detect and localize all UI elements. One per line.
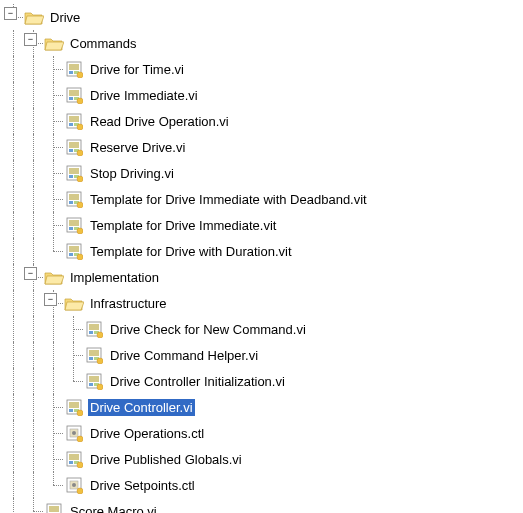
tree-item-label: Drive Controller.vi [88,399,195,416]
tree-item-label: Drive Controller Initialization.vi [108,373,287,390]
vi-icon [64,164,84,182]
tree-item-label: Infrastructure [88,295,169,312]
vi-icon [64,60,84,78]
vit-icon [64,216,84,234]
vi-icon [64,112,84,130]
folder-implementation[interactable]: − Implementation [4,264,519,290]
tree-item[interactable]: Drive Immediate.vi [4,82,519,108]
tree-item[interactable]: Template for Drive Immediate with Deadba… [4,186,519,212]
tree-item[interactable]: Drive Operations.ctl [4,420,519,446]
tree-item-label: Implementation [68,269,161,286]
tree-item[interactable]: Drive for Time.vi [4,56,519,82]
tree-item[interactable]: Drive Controller.vi [4,394,519,420]
tree-item[interactable]: Drive Command Helper.vi [4,342,519,368]
tree-item-label: Stop Driving.vi [88,165,176,182]
tree-item-label: Commands [68,35,138,52]
tree-item-label: Score Macro.vi [68,503,159,514]
tree-item-label: Drive Check for New Command.vi [108,321,308,338]
vi-icon [64,398,84,416]
tree-item-label: Drive Command Helper.vi [108,347,260,364]
tree-item[interactable]: Score Macro.vi [4,498,519,513]
tree-item[interactable]: Stop Driving.vi [4,160,519,186]
vi-icon [84,346,104,364]
vi-icon [64,450,84,468]
vi-icon [64,138,84,156]
vi-icon [84,320,104,338]
tree-item-label: Read Drive Operation.vi [88,113,231,130]
vit-icon [64,190,84,208]
tree-item-label: Drive Setpoints.ctl [88,477,197,494]
folder-icon [24,8,44,26]
folder-icon [44,34,64,52]
vi-icon [44,502,64,513]
tree-item-label: Drive [48,9,82,26]
vi-icon [64,86,84,104]
tree-item-label: Drive Immediate.vi [88,87,200,104]
tree-item-label: Template for Drive with Duration.vit [88,243,294,260]
folder-commands[interactable]: − Commands [4,30,519,56]
tree-item-label: Drive Operations.ctl [88,425,206,442]
folder-icon [44,268,64,286]
ctl-icon [64,476,84,494]
tree-item[interactable]: Drive Setpoints.ctl [4,472,519,498]
tree-item[interactable]: Drive Check for New Command.vi [4,316,519,342]
expand-toggle[interactable]: − [24,33,37,46]
tree-item-label: Template for Drive Immediate.vit [88,217,278,234]
tree-item[interactable]: Drive Published Globals.vi [4,446,519,472]
expand-toggle[interactable]: − [24,267,37,280]
ctl-icon [64,424,84,442]
tree-item[interactable]: Reserve Drive.vi [4,134,519,160]
tree-item[interactable]: Template for Drive Immediate.vit [4,212,519,238]
expand-toggle[interactable]: − [4,7,17,20]
tree-item[interactable]: Drive Controller Initialization.vi [4,368,519,394]
tree-item-label: Template for Drive Immediate with Deadba… [88,191,369,208]
folder-drive[interactable]: − Drive [4,4,519,30]
tree-item[interactable]: Read Drive Operation.vi [4,108,519,134]
tree-item-label: Drive for Time.vi [88,61,186,78]
tree-item-label: Reserve Drive.vi [88,139,187,156]
vit-icon [64,242,84,260]
expand-toggle[interactable]: − [44,293,57,306]
folder-infrastructure[interactable]: − Infrastructure [4,290,519,316]
vi-icon [84,372,104,390]
folder-icon [64,294,84,312]
tree-item[interactable]: Template for Drive with Duration.vit [4,238,519,264]
tree-item-label: Drive Published Globals.vi [88,451,244,468]
